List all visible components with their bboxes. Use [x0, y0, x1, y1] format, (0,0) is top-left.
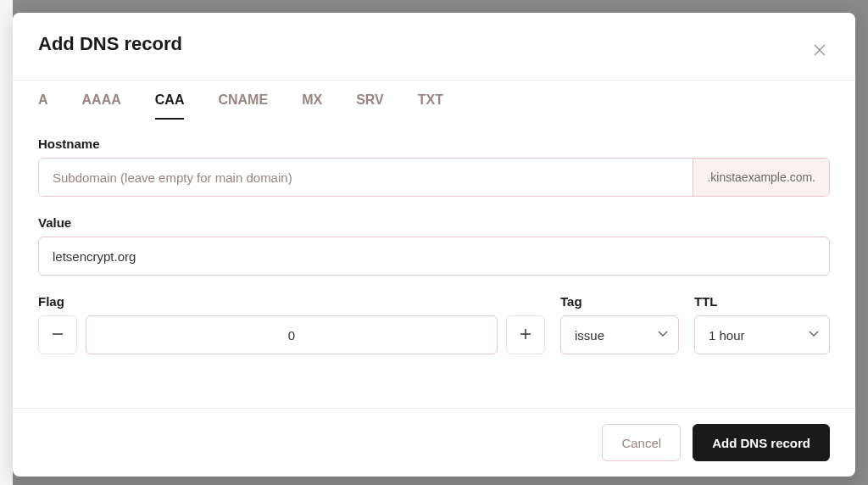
flag-input[interactable]: [86, 315, 498, 354]
value-input[interactable]: [38, 237, 830, 276]
hostname-group: Hostname .kinstaexample.com.: [38, 137, 830, 197]
tag-group: Tag issue: [560, 294, 679, 354]
tag-select[interactable]: issue: [560, 315, 679, 354]
flag-label: Flag: [38, 294, 545, 309]
form-body: Hostname .kinstaexample.com. Value Flag: [13, 120, 855, 408]
minus-icon: [52, 328, 64, 343]
hostname-input-wrap: .kinstaexample.com.: [38, 158, 830, 197]
add-dns-record-modal: Add DNS record A AAAA CAA CNAME MX SRV T…: [13, 13, 855, 477]
flag-tag-ttl-row: Flag: [38, 294, 830, 354]
record-type-tabs: A AAAA CAA CNAME MX SRV TXT: [13, 81, 855, 120]
tab-a[interactable]: A: [38, 92, 48, 120]
flag-decrement-button[interactable]: [38, 315, 77, 354]
flag-group: Flag: [38, 294, 545, 354]
tab-mx[interactable]: MX: [302, 92, 322, 120]
tab-srv[interactable]: SRV: [356, 92, 384, 120]
hostname-suffix: .kinstaexample.com.: [693, 159, 829, 196]
hostname-label: Hostname: [38, 137, 830, 151]
tab-txt[interactable]: TXT: [418, 92, 443, 120]
close-button[interactable]: [810, 40, 830, 63]
tab-cname[interactable]: CNAME: [218, 92, 268, 120]
modal-footer: Cancel Add DNS record: [13, 408, 855, 477]
cancel-button[interactable]: Cancel: [602, 424, 681, 461]
flag-increment-button[interactable]: [506, 315, 545, 354]
close-icon: [813, 47, 826, 59]
tag-label: Tag: [560, 294, 679, 309]
backdrop: [0, 0, 13, 485]
hostname-input[interactable]: [39, 159, 693, 196]
tab-caa[interactable]: CAA: [155, 92, 185, 120]
submit-button[interactable]: Add DNS record: [693, 424, 830, 461]
ttl-select[interactable]: 1 hour: [694, 315, 830, 354]
modal-title: Add DNS record: [38, 33, 182, 55]
tab-aaaa[interactable]: AAAA: [82, 92, 121, 120]
modal-header: Add DNS record: [13, 13, 855, 81]
value-group: Value: [38, 215, 830, 276]
ttl-label: TTL: [694, 294, 830, 309]
value-label: Value: [38, 215, 830, 230]
ttl-group: TTL 1 hour: [694, 294, 830, 354]
plus-icon: [520, 328, 531, 343]
